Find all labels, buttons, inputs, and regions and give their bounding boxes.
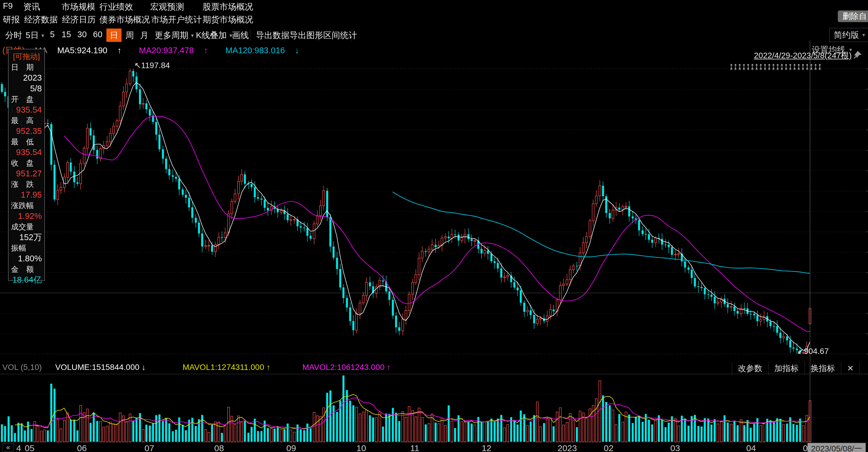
panel-label-amplitude: 振幅 [11, 243, 42, 253]
tab-60min[interactable]: 60 [93, 30, 102, 39]
tab-15min[interactable]: 15 [62, 30, 71, 39]
toolbar-separator [284, 29, 285, 41]
menu-industry-performance[interactable]: 行业绩效 [99, 1, 133, 13]
axis-label: 03 [670, 443, 680, 452]
menu-economic-calendar[interactable]: 经济日历 [62, 14, 96, 26]
axis-label: 08 [214, 443, 224, 452]
panel-value-year: 2023 [11, 73, 42, 83]
panel-value-amplitude: 1.80% [11, 253, 42, 264]
volume-value: VOLUME:1515844.000 ↓ [55, 363, 146, 372]
axis-label: 06 [77, 443, 87, 452]
panel-label-change-pct: 涨跌幅 [11, 200, 42, 211]
menu-account-opening-stats[interactable]: 市场开户统计 [151, 14, 202, 26]
axis-label: 11 [410, 443, 419, 452]
menu-economic-data[interactable]: 经济数据 [24, 14, 58, 26]
button-add-indicator[interactable]: 加指标 [768, 362, 805, 375]
toolbar-separator [352, 29, 352, 41]
menu-more-periods[interactable]: 更多周期▼ [155, 30, 195, 41]
menu-f9[interactable]: F9 [3, 1, 13, 11]
menu-macro-forecast[interactable]: 宏观预测 [150, 1, 184, 13]
menu-stock-market-overview[interactable]: 股票市场概况 [203, 1, 253, 13]
toolbar-separator [251, 29, 251, 41]
panel-drag-hint: [可拖动] [11, 52, 42, 62]
axis-label: 10 [356, 443, 366, 452]
range-drag-handles[interactable]: ↨↨↨↨↨↨↨↨↨↨↨↨↨↨↨↨↨↨↨↨↨↨ [729, 61, 822, 71]
panel-value-turnover: 18.64亿 [11, 275, 42, 285]
panel-value-low: 935.54 [11, 147, 42, 158]
panel-label-date: 日 期 [11, 62, 42, 73]
panel-label-close: 收 盘 [11, 158, 42, 168]
axis-label: 05 [25, 443, 34, 452]
high-price-annotation: ↖1197.84 [134, 60, 170, 70]
axis-label: 4 [16, 443, 21, 452]
panel-value-high: 952.35 [11, 126, 42, 137]
tab-5min[interactable]: 5 [50, 30, 55, 39]
delete-watchlist-button[interactable]: 删除自 [838, 10, 868, 22]
visible-range-link[interactable]: 2022/4/29-2023/5/8(247根) [754, 50, 852, 61]
axis-label: 12 [482, 443, 491, 452]
menu-news[interactable]: 资讯 [23, 1, 40, 13]
low-price-annotation: ↙904.67 [797, 346, 829, 356]
button-switch-indicator[interactable]: 换指标 [805, 362, 841, 375]
scroll-left-button[interactable]: « [2, 443, 14, 451]
tab-daily-active[interactable]: 日 [106, 29, 122, 42]
pushpin-icon[interactable] [853, 51, 862, 59]
chevron-down-icon: ▼ [861, 33, 866, 37]
panel-value-close: 951.27 [11, 168, 42, 179]
close-icon[interactable]: ✕ [841, 362, 860, 374]
ma-info-row: (日线) MA MA5:924.190 ↑ MA20:937.478 ↑ MA1… [2, 45, 314, 56]
axis-label: 07 [145, 443, 154, 452]
toolbar-separator [318, 29, 318, 41]
tab-5day[interactable]: 5日▼ [26, 30, 45, 41]
axis-label: 04 [746, 443, 756, 452]
button-simple-version[interactable]: 简约版▼ [829, 28, 868, 42]
button-draw-line[interactable]: 画线 [232, 30, 249, 41]
menu-market-size[interactable]: 市场规模 [62, 1, 95, 13]
panel-value-change-pct: 1.92% [11, 211, 42, 222]
panel-label-high: 最 高 [11, 115, 42, 126]
panel-value-date: 5/8 [11, 83, 42, 94]
panel-value-volume: 152万 [11, 232, 42, 243]
panel-value-change: 17.95 [11, 190, 42, 200]
tab-weekly[interactable]: 周 [126, 30, 134, 41]
panel-label-turnover: 金 额 [11, 264, 42, 275]
axis-label: 02 [604, 443, 613, 452]
axis-label: 2023 [558, 443, 577, 452]
ma20-value: MA20:937.478 ↑ [139, 46, 215, 55]
time-axis: « 4 05 06 07 08 09 10 11 12 2023 02 03 0… [0, 443, 868, 452]
indicator-toolbar: 改参数加指标换指标✕ [732, 362, 860, 375]
tab-30min[interactable]: 30 [77, 30, 87, 39]
button-change-params[interactable]: 改参数 [732, 362, 768, 375]
panel-label-volume: 成交量 [11, 222, 42, 232]
vol-indicator-label[interactable]: VOL (5,10) [2, 363, 42, 372]
ma5-value: MA5:924.190 ↑ [57, 46, 129, 55]
kline-terminal: F9 资讯 市场规模 行业绩效 宏观预测 股票市场概况 研报 经济数据 经济日历… [0, 0, 868, 452]
menu-research-report[interactable]: 研报 [3, 14, 20, 26]
menu-futures-market-overview[interactable]: 期货市场概况 [203, 14, 253, 26]
panel-value-open: 935.54 [11, 105, 42, 115]
ohlc-info-panel[interactable]: [可拖动] 日 期 2023 5/8 开 盘 935.54 最 高 952.35… [8, 49, 45, 281]
tab-minute[interactable]: 分时 [5, 30, 22, 41]
cursor-date-tooltip: 2023/05/08/一 [808, 443, 866, 452]
panel-label-low: 最 低 [11, 137, 42, 147]
tab-monthly[interactable]: 月 [140, 30, 149, 41]
ma120-value: MA120:983.016 ↓ [225, 46, 306, 55]
mavol1-value: MAVOL1:1274311.000 ↑ [183, 363, 271, 372]
chevron-down-icon: ▼ [190, 33, 195, 38]
panel-label-change: 涨 跌 [11, 179, 42, 190]
mavol2-value: MAVOL2:1061243.000 ↑ [302, 363, 391, 372]
chevron-down-icon: ▼ [40, 33, 45, 38]
panel-label-open: 开 盘 [11, 94, 42, 105]
menu-kline-overlay[interactable]: K线叠加▼ [196, 30, 233, 41]
axis-label: 09 [286, 443, 296, 452]
menu-bond-market-overview[interactable]: 债券市场概况 [99, 14, 150, 26]
